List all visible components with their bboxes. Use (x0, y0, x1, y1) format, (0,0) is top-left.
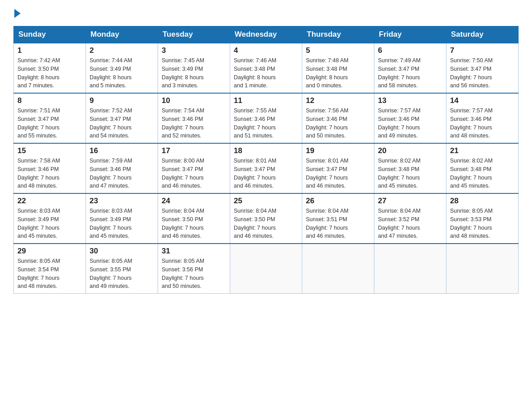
day-info: Sunrise: 8:01 AMSunset: 3:47 PMDaylight:… (306, 157, 370, 190)
day-info: Sunrise: 7:50 AMSunset: 3:47 PMDaylight:… (450, 56, 515, 90)
day-info: Sunrise: 8:04 AMSunset: 3:52 PMDaylight:… (378, 207, 442, 240)
day-info: Sunrise: 8:05 AMSunset: 3:54 PMDaylight:… (17, 257, 82, 291)
col-header-friday: Friday (374, 26, 446, 43)
calendar-table: SundayMondayTuesdayWednesdayThursdayFrid… (13, 26, 519, 294)
day-info: Sunrise: 7:49 AMSunset: 3:47 PMDaylight:… (378, 56, 442, 90)
day-number: 20 (378, 146, 442, 155)
day-number: 13 (378, 96, 442, 105)
calendar-cell: 2Sunrise: 7:44 AMSunset: 3:49 PMDaylight… (86, 43, 158, 93)
calendar-cell: 24Sunrise: 8:04 AMSunset: 3:50 PMDayligh… (158, 193, 230, 244)
day-number: 17 (162, 146, 226, 155)
day-info: Sunrise: 7:42 AMSunset: 3:50 PMDaylight:… (17, 56, 82, 90)
calendar-cell: 10Sunrise: 7:54 AMSunset: 3:46 PMDayligh… (158, 93, 230, 143)
day-number: 18 (234, 146, 298, 155)
day-info: Sunrise: 8:05 AMSunset: 3:55 PMDaylight:… (90, 257, 154, 291)
calendar-cell: 7Sunrise: 7:50 AMSunset: 3:47 PMDaylight… (446, 43, 519, 93)
day-number: 28 (450, 197, 515, 206)
calendar-cell: 29Sunrise: 8:05 AMSunset: 3:54 PMDayligh… (14, 244, 86, 294)
day-info: Sunrise: 8:02 AMSunset: 3:48 PMDaylight:… (378, 157, 442, 190)
calendar-cell: 3Sunrise: 7:45 AMSunset: 3:49 PMDaylight… (158, 43, 230, 93)
day-info: Sunrise: 7:52 AMSunset: 3:47 PMDaylight:… (90, 107, 154, 140)
calendar-cell (374, 244, 446, 294)
calendar-cell: 28Sunrise: 8:05 AMSunset: 3:53 PMDayligh… (446, 193, 519, 244)
day-number: 31 (162, 247, 226, 256)
calendar-cell: 25Sunrise: 8:04 AMSunset: 3:50 PMDayligh… (230, 193, 302, 244)
day-number: 2 (90, 46, 154, 55)
calendar-week-3: 15Sunrise: 7:58 AMSunset: 3:46 PMDayligh… (14, 143, 519, 193)
day-info: Sunrise: 7:59 AMSunset: 3:46 PMDaylight:… (90, 157, 154, 190)
day-info: Sunrise: 8:02 AMSunset: 3:48 PMDaylight:… (450, 157, 515, 190)
day-number: 26 (306, 197, 370, 206)
day-number: 15 (17, 146, 82, 155)
col-header-sunday: Sunday (14, 26, 86, 43)
day-info: Sunrise: 8:05 AMSunset: 3:53 PMDaylight:… (450, 207, 515, 240)
day-number: 4 (234, 46, 298, 55)
calendar-cell: 27Sunrise: 8:04 AMSunset: 3:52 PMDayligh… (374, 193, 446, 244)
calendar-cell: 13Sunrise: 7:57 AMSunset: 3:46 PMDayligh… (374, 93, 446, 143)
page-header (13, 9, 519, 18)
day-info: Sunrise: 8:04 AMSunset: 3:50 PMDaylight:… (162, 207, 226, 240)
calendar-cell: 21Sunrise: 8:02 AMSunset: 3:48 PMDayligh… (446, 143, 519, 193)
calendar-cell: 4Sunrise: 7:46 AMSunset: 3:48 PMDaylight… (230, 43, 302, 93)
day-number: 9 (90, 96, 154, 105)
calendar-week-5: 29Sunrise: 8:05 AMSunset: 3:54 PMDayligh… (14, 244, 519, 294)
day-info: Sunrise: 8:00 AMSunset: 3:47 PMDaylight:… (162, 157, 226, 190)
calendar-cell: 6Sunrise: 7:49 AMSunset: 3:47 PMDaylight… (374, 43, 446, 93)
day-info: Sunrise: 7:56 AMSunset: 3:46 PMDaylight:… (306, 107, 370, 140)
day-info: Sunrise: 7:51 AMSunset: 3:47 PMDaylight:… (17, 107, 82, 140)
day-number: 23 (90, 197, 154, 206)
day-number: 16 (90, 146, 154, 155)
calendar-cell: 1Sunrise: 7:42 AMSunset: 3:50 PMDaylight… (14, 43, 86, 93)
calendar-cell: 22Sunrise: 8:03 AMSunset: 3:49 PMDayligh… (14, 193, 86, 244)
logo (13, 9, 21, 18)
calendar-week-2: 8Sunrise: 7:51 AMSunset: 3:47 PMDaylight… (14, 93, 519, 143)
day-info: Sunrise: 8:04 AMSunset: 3:50 PMDaylight:… (234, 207, 298, 240)
day-info: Sunrise: 7:46 AMSunset: 3:48 PMDaylight:… (234, 56, 298, 90)
day-info: Sunrise: 7:55 AMSunset: 3:46 PMDaylight:… (234, 107, 298, 140)
day-number: 1 (17, 46, 82, 55)
calendar-cell: 30Sunrise: 8:05 AMSunset: 3:55 PMDayligh… (86, 244, 158, 294)
day-info: Sunrise: 7:44 AMSunset: 3:49 PMDaylight:… (90, 56, 154, 90)
calendar-cell (446, 244, 519, 294)
calendar-cell: 5Sunrise: 7:48 AMSunset: 3:48 PMDaylight… (302, 43, 374, 93)
calendar-cell: 8Sunrise: 7:51 AMSunset: 3:47 PMDaylight… (14, 93, 86, 143)
logo-triangle-icon (14, 9, 21, 18)
day-number: 24 (162, 197, 226, 206)
calendar-cell: 31Sunrise: 8:05 AMSunset: 3:56 PMDayligh… (158, 244, 230, 294)
day-number: 14 (450, 96, 515, 105)
day-number: 12 (306, 96, 370, 105)
calendar-cell: 15Sunrise: 7:58 AMSunset: 3:46 PMDayligh… (14, 143, 86, 193)
day-number: 29 (17, 247, 82, 256)
day-info: Sunrise: 8:03 AMSunset: 3:49 PMDaylight:… (17, 207, 82, 240)
calendar-cell (302, 244, 374, 294)
day-number: 5 (306, 46, 370, 55)
day-info: Sunrise: 7:54 AMSunset: 3:46 PMDaylight:… (162, 107, 226, 140)
day-info: Sunrise: 7:48 AMSunset: 3:48 PMDaylight:… (306, 56, 370, 90)
day-number: 25 (234, 197, 298, 206)
calendar-cell: 17Sunrise: 8:00 AMSunset: 3:47 PMDayligh… (158, 143, 230, 193)
day-number: 30 (90, 247, 154, 256)
day-info: Sunrise: 7:58 AMSunset: 3:46 PMDaylight:… (17, 157, 82, 190)
calendar-week-1: 1Sunrise: 7:42 AMSunset: 3:50 PMDaylight… (14, 43, 519, 93)
day-number: 19 (306, 146, 370, 155)
calendar-cell: 16Sunrise: 7:59 AMSunset: 3:46 PMDayligh… (86, 143, 158, 193)
day-number: 10 (162, 96, 226, 105)
calendar-cell: 20Sunrise: 8:02 AMSunset: 3:48 PMDayligh… (374, 143, 446, 193)
col-header-tuesday: Tuesday (158, 26, 230, 43)
calendar-cell: 12Sunrise: 7:56 AMSunset: 3:46 PMDayligh… (302, 93, 374, 143)
day-number: 6 (378, 46, 442, 55)
day-info: Sunrise: 7:57 AMSunset: 3:46 PMDaylight:… (450, 107, 515, 140)
day-number: 21 (450, 146, 515, 155)
day-info: Sunrise: 7:57 AMSunset: 3:46 PMDaylight:… (378, 107, 442, 140)
calendar-cell: 11Sunrise: 7:55 AMSunset: 3:46 PMDayligh… (230, 93, 302, 143)
col-header-thursday: Thursday (302, 26, 374, 43)
day-number: 11 (234, 96, 298, 105)
calendar-cell: 14Sunrise: 7:57 AMSunset: 3:46 PMDayligh… (446, 93, 519, 143)
day-info: Sunrise: 8:05 AMSunset: 3:56 PMDaylight:… (162, 257, 226, 291)
day-info: Sunrise: 7:45 AMSunset: 3:49 PMDaylight:… (162, 56, 226, 90)
calendar-week-4: 22Sunrise: 8:03 AMSunset: 3:49 PMDayligh… (14, 193, 519, 244)
calendar-cell: 26Sunrise: 8:04 AMSunset: 3:51 PMDayligh… (302, 193, 374, 244)
col-header-wednesday: Wednesday (230, 26, 302, 43)
day-number: 3 (162, 46, 226, 55)
header-row: SundayMondayTuesdayWednesdayThursdayFrid… (14, 26, 519, 43)
